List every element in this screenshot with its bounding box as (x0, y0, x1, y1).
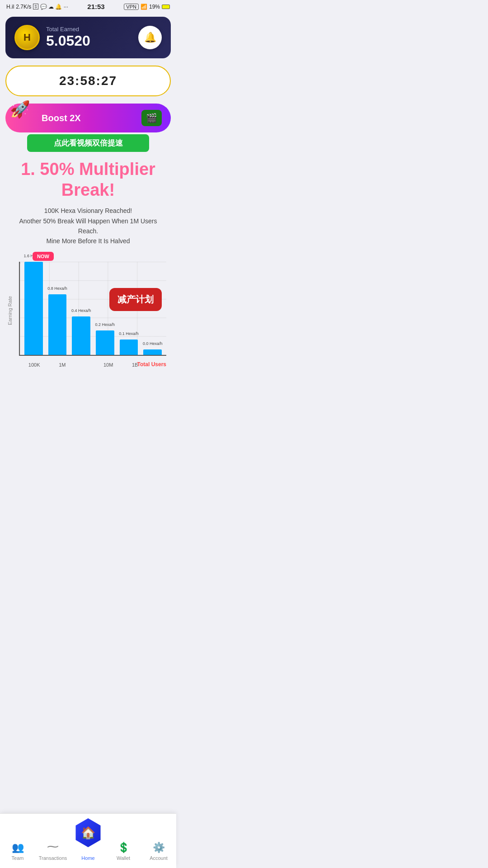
signal-icon: H.il (6, 4, 14, 10)
info-text: 100K Hexa Visionary Reached! Another 50%… (9, 206, 167, 246)
status-bar: H.il 2.7K/s 🅂 💬 ☁ 🔔 ··· 21:53 VPN 📶 19% (0, 0, 176, 13)
x-axis-label: 100K (28, 362, 40, 368)
bar-label: 0.8 Hexa/h (47, 286, 67, 291)
now-badge: NOW (33, 252, 54, 261)
boost-label: Boost 2X (42, 113, 81, 123)
chart-section: NOW Earning Rate ↑ 1.6 Hexa/h0.8 Hexa/h0… (5, 252, 171, 369)
speed-indicator: 2.7K/s (16, 4, 31, 10)
x-axis-label: 1M (59, 362, 66, 368)
status-left: H.il 2.7K/s 🅂 💬 ☁ 🔔 ··· (6, 4, 68, 10)
notification-bell-button[interactable]: 🔔 (138, 26, 162, 49)
header-left: H Total Earned 5.0520 (14, 25, 90, 50)
chart-bar: 0.4 Hexa/h (72, 316, 90, 355)
status-right: VPN 📶 19% (124, 4, 170, 10)
chart-bar: 0.0 Hexa/h (143, 349, 162, 355)
battery-label: 19% (149, 4, 160, 10)
reduce-plan-badge[interactable]: 减产计划 (109, 288, 162, 311)
app-icons: 🅂 💬 ☁ 🔔 ··· (33, 4, 68, 10)
header-card: H Total Earned 5.0520 🔔 (5, 17, 171, 58)
status-time: 21:53 (87, 3, 104, 10)
bar-label: 0.2 Hexa/h (95, 322, 115, 327)
rocket-icon: 🚀 (10, 100, 30, 119)
chart-bar: 0.1 Hexa/h (120, 340, 138, 355)
boost-banner[interactable]: 🚀 Boost 2X 🎬 (5, 104, 171, 132)
timer-text: 23:58:27 (59, 74, 117, 88)
total-users-label: Total Users (137, 361, 166, 368)
bar-label: 0.4 Hexa/h (71, 308, 91, 313)
chart-bar: 1.6 Hexa/h (24, 262, 43, 355)
boost-badge-text[interactable]: 点此看视频双倍提速 (27, 134, 149, 152)
multiplier-title: 1. 50% Multiplier Break! (5, 159, 171, 200)
chart-bar: 0.2 Hexa/h (96, 330, 114, 354)
chart-bar: 0.8 Hexa/h (48, 294, 67, 354)
bar-label: 0.1 Hexa/h (119, 331, 139, 336)
bar-label: 0.0 Hexa/h (143, 341, 163, 346)
total-earned-value: 5.0520 (46, 33, 90, 49)
y-axis-label: Earning Rate (7, 296, 13, 325)
total-earned-label: Total Earned (46, 26, 90, 33)
header-text: Total Earned 5.0520 (46, 26, 90, 49)
timer-container: 23:58:27 (5, 66, 171, 96)
x-axis-label: 10M (103, 362, 113, 368)
coin-icon: H (14, 25, 40, 50)
wifi-icon: 📶 (141, 4, 147, 10)
video-icon: 🎬 (141, 110, 162, 126)
vpn-label: VPN (124, 4, 139, 10)
battery-icon (162, 5, 170, 9)
